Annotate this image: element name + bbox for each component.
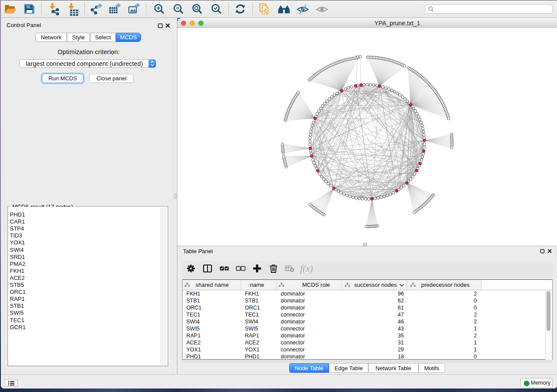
svg-text:f(x): f(x): [300, 263, 313, 274]
